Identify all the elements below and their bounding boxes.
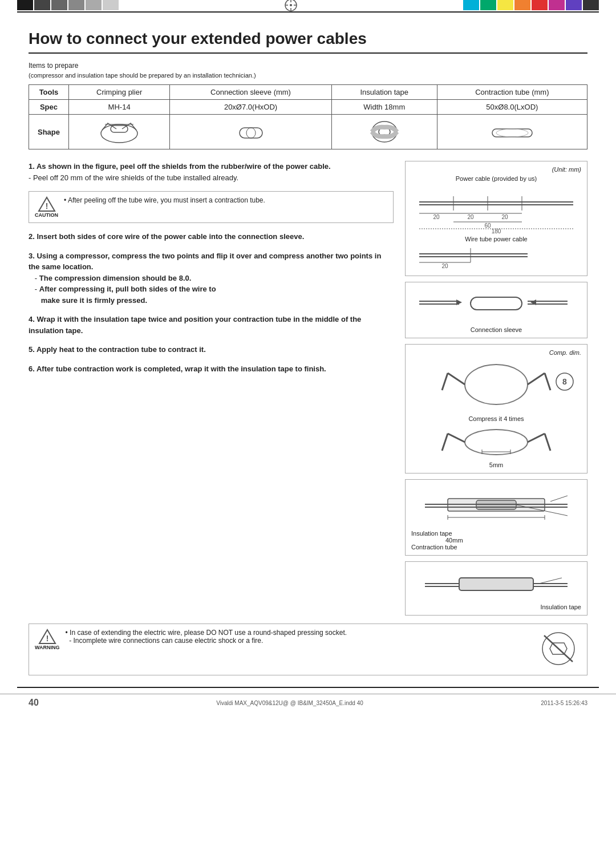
table-spec-row: Spec MH-14 20xØ7.0(HxOD) Width 18mm 50xØ… bbox=[29, 100, 587, 115]
top-center bbox=[119, 0, 463, 10]
right-diagrams: (Unit: mm) Power cable (provided by us) … bbox=[405, 161, 587, 616]
step-3-sub-bold1: The compression dimension should be 8.0. bbox=[39, 274, 192, 282]
spec-contraction: 50xØ8.0(LxOD) bbox=[437, 100, 587, 115]
diagram4-insulation-label: Insulation tape bbox=[411, 530, 452, 537]
tools-table: Tools Crimping plier Connection sleeve (… bbox=[29, 84, 587, 149]
swatch-green bbox=[480, 0, 496, 10]
diagram1-unit: (Unit: mm) bbox=[411, 166, 581, 173]
page-number: 40 bbox=[29, 698, 39, 708]
swatch-dark bbox=[34, 0, 50, 10]
svg-line-48 bbox=[545, 373, 550, 390]
warning-label: WARNING bbox=[35, 645, 60, 650]
left-swatches bbox=[0, 0, 119, 10]
svg-text:8: 8 bbox=[562, 377, 567, 386]
caution-bullet: • bbox=[64, 196, 68, 204]
svg-text:60: 60 bbox=[484, 222, 491, 229]
step-2-bold: 2. Insert both sides of core wire of the… bbox=[29, 232, 304, 241]
diagram-connection-sleeve: Connection sleeve bbox=[405, 282, 587, 338]
svg-point-1 bbox=[290, 4, 292, 6]
diagram-insulation: Insulation tape 40mm Contraction tube bbox=[405, 479, 587, 556]
swatch-light2 bbox=[103, 0, 119, 10]
swatch-magenta bbox=[549, 0, 565, 10]
swatch-orange bbox=[514, 0, 530, 10]
svg-text:180: 180 bbox=[492, 228, 501, 233]
items-prepare-sub: (compressor and insulation tape should b… bbox=[29, 72, 587, 79]
svg-point-44 bbox=[465, 365, 528, 404]
caution-box: ! CAUTION • After peeling off the tube w… bbox=[29, 191, 394, 223]
warning-text-area: • In case of extending the electric wire… bbox=[66, 629, 530, 645]
step-5-bold: 5. Apply heat to the contraction tube to… bbox=[29, 345, 206, 354]
caution-icon: ! CAUTION bbox=[35, 196, 58, 218]
final-tape-diagram bbox=[414, 566, 579, 604]
swatch-red bbox=[532, 0, 548, 10]
crimping-plier-icon bbox=[96, 118, 142, 146]
footer-file: Vivaldi MAX_AQV09&12U@ @ IB&IM_32450A_E.… bbox=[216, 700, 363, 706]
caution-message: After peeling off the tube wire, you mus… bbox=[68, 196, 265, 204]
step-6-bold: 6. After tube contraction work is comple… bbox=[29, 365, 326, 373]
step-1-text: 1. As shown in the figure, peel off the … bbox=[29, 162, 331, 182]
diagram1-sub-label: Wire tube power cable bbox=[411, 236, 581, 242]
swatch-purple bbox=[566, 0, 582, 10]
col-tools: Tools bbox=[29, 85, 69, 100]
svg-point-10 bbox=[246, 128, 256, 138]
footer: 40 Vivaldi MAX_AQV09&12U@ @ IB&IM_32450A… bbox=[0, 694, 616, 711]
footer-date: 2011-3-5 15:26:43 bbox=[541, 700, 587, 706]
shape-insulation bbox=[331, 115, 437, 149]
step-1-sub: - Peel off 20 mm of the wire shields of … bbox=[29, 173, 238, 182]
warning-diagram-area bbox=[536, 629, 581, 670]
items-prepare-label: Items to prepare bbox=[29, 62, 587, 70]
svg-point-11 bbox=[372, 122, 397, 142]
warning-bullet: • bbox=[66, 629, 70, 637]
step-4: 4. Wrap it with the insulation tape twic… bbox=[29, 314, 394, 336]
caution-label: CAUTION bbox=[35, 212, 58, 218]
svg-text:20: 20 bbox=[433, 214, 440, 220]
page-title: How to connect your extended power cable… bbox=[29, 30, 587, 54]
diagram5-label: Insulation tape bbox=[411, 604, 581, 610]
svg-line-55 bbox=[545, 434, 550, 451]
spec-crimping: MH-14 bbox=[69, 100, 170, 115]
step-1-bold: 1. As shown in the figure, peel off the … bbox=[29, 162, 331, 171]
swatch-mid1 bbox=[51, 0, 67, 10]
step-3-sub: - The compression dimension should be 8.… bbox=[29, 274, 216, 305]
svg-text:!: ! bbox=[45, 201, 48, 211]
step-1: 1. As shown in the figure, peel off the … bbox=[29, 161, 394, 183]
step-3: 3. Using a compressor, compress the two … bbox=[29, 250, 394, 306]
diagram1-label: Power cable (provided by us) bbox=[411, 175, 581, 182]
svg-line-52 bbox=[448, 434, 465, 442]
diagram-final: Insulation tape bbox=[405, 561, 587, 616]
step-4-bold: 4. Wrap it with the insulation tape twic… bbox=[29, 315, 361, 335]
table-header-row: Tools Crimping plier Connection sleeve (… bbox=[29, 85, 587, 100]
svg-line-73 bbox=[539, 578, 562, 584]
wire-tube-diagram: 20 bbox=[414, 242, 579, 271]
svg-line-54 bbox=[442, 434, 448, 451]
5mm-label: 5mm bbox=[411, 462, 581, 468]
svg-rect-9 bbox=[240, 128, 262, 138]
diagram-power-cable: (Unit: mm) Power cable (provided by us) … bbox=[405, 161, 587, 276]
caution-text: • After peeling off the tube wire, you m… bbox=[64, 196, 265, 204]
svg-text:20: 20 bbox=[467, 214, 474, 220]
step-3-bold: 3. Using a compressor, compress the two … bbox=[29, 252, 381, 272]
svg-point-6 bbox=[101, 124, 137, 143]
connection-sleeve-diagram bbox=[414, 287, 579, 324]
insulation-tape-diagram bbox=[414, 484, 579, 530]
compression-diagram: 8 bbox=[414, 356, 579, 413]
spec-label: Spec bbox=[29, 100, 69, 115]
swatch-yellow bbox=[497, 0, 513, 10]
warning-box: ! WARNING • In case of extending the ele… bbox=[29, 624, 587, 675]
shape-connection bbox=[170, 115, 332, 149]
power-cable-diagram: 20 20 20 60 180 bbox=[414, 182, 579, 233]
diagram4-40mm: 40mm bbox=[411, 537, 581, 544]
step-3-sub-bold2: After compressing it, pull both sides of… bbox=[29, 285, 216, 305]
main-two-col: 1. As shown in the figure, peel off the … bbox=[29, 161, 587, 616]
col-insulation: Insulation tape bbox=[331, 85, 437, 100]
insulation-tape-icon bbox=[367, 118, 402, 146]
col-contraction: Contraction tube (mm) bbox=[437, 85, 587, 100]
svg-line-47 bbox=[442, 373, 448, 390]
diagram2-label: Connection sleeve bbox=[411, 326, 581, 333]
swatch-darkgray bbox=[583, 0, 599, 10]
col-crimping: Crimping plier bbox=[69, 85, 170, 100]
swatch-light1 bbox=[86, 0, 102, 10]
diagram-compression: Comp. dim. 8 Compress it 4 times bbox=[405, 344, 587, 473]
comp-dim-label: Comp. dim. bbox=[411, 349, 581, 356]
col-connection: Connection sleeve (mm) bbox=[170, 85, 332, 100]
